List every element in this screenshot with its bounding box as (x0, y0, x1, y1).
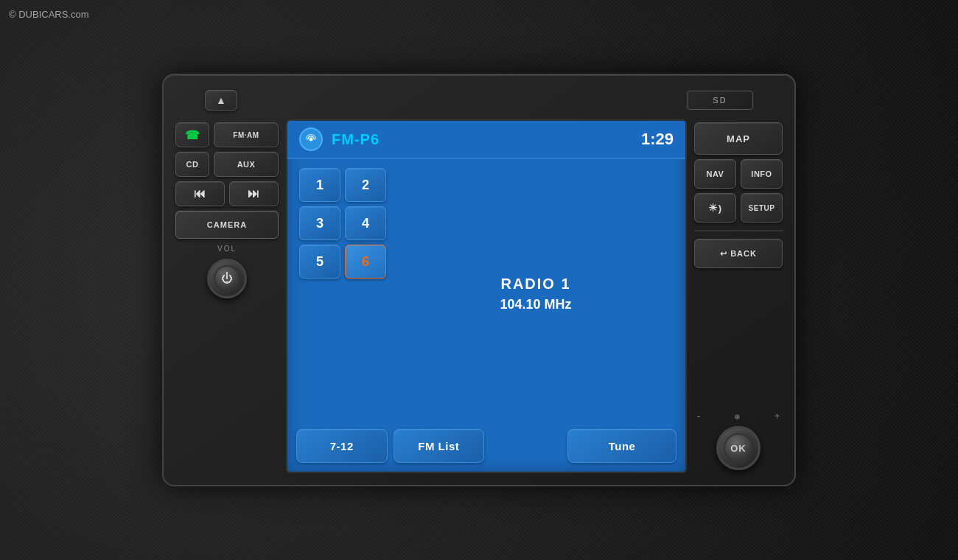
back-button[interactable]: ↩ BACK (694, 239, 783, 268)
dial-plus: + (775, 411, 780, 421)
phone-button[interactable]: ☎ (175, 122, 209, 147)
brightness-icon: ☀ (708, 202, 718, 214)
radio-name: RADIO 1 (500, 276, 570, 293)
vol-label: VOL (175, 245, 279, 253)
preset-1[interactable]: 1 (299, 168, 340, 202)
volume-knob-container: ⏻ (175, 259, 279, 298)
screen-body: 1 2 3 4 5 6 RADIO 1 104.10 MHz (287, 159, 685, 429)
screen-time: 1:29 (641, 130, 674, 149)
watermark: © DUBICARS.com (9, 9, 89, 20)
preset-5[interactable]: 5 (299, 245, 340, 279)
preset-2[interactable]: 2 (345, 168, 386, 202)
volume-knob-inner: ⏻ (214, 265, 240, 292)
preset-4[interactable]: 4 (345, 206, 386, 240)
row-phone-fmam: ☎ FM·AM (175, 122, 279, 147)
preset-6[interactable]: 6 (345, 245, 386, 279)
eject-button[interactable]: ▲ (205, 90, 237, 111)
row-cd-aux: CD AUX (175, 152, 279, 177)
next-button[interactable]: ⏭ (229, 181, 279, 206)
right-divider (694, 230, 783, 231)
ok-knob[interactable]: OK (716, 426, 761, 470)
top-strip: ▲ SD (175, 87, 783, 113)
sd-slot: SD (687, 91, 753, 110)
right-bottom: - ⊕ + OK (694, 408, 783, 470)
radio-info: RADIO 1 104.10 MHz (398, 168, 674, 420)
info-button[interactable]: INFO (741, 159, 783, 189)
radio-icon (299, 127, 323, 151)
nav-info-row: NAV INFO (694, 159, 783, 189)
dial-icon: ⊕ (734, 413, 740, 421)
dial-row: - ⊕ + (694, 411, 783, 421)
brightness-setup-row: ☀ ) SETUP (694, 193, 783, 223)
screen-footer: 7-12 FM List Tune (287, 429, 685, 472)
station-name: FM-P6 (332, 131, 380, 148)
radio-frequency: 104.10 MHz (500, 297, 571, 312)
screen: FM-P6 1:29 1 2 3 4 5 6 RADIO 1 (286, 119, 687, 473)
moon-icon: ) (718, 203, 722, 214)
row-prev-next: ⏮ ⏭ (175, 181, 279, 206)
main-area: ☎ FM·AM CD AUX ⏮ ⏭ CAMERA VOL ⏻ (175, 119, 783, 473)
map-button[interactable]: MAP (694, 122, 783, 155)
volume-knob[interactable]: ⏻ (207, 259, 247, 298)
fm-am-button[interactable]: FM·AM (214, 122, 279, 147)
presets-7-12-button[interactable]: 7-12 (296, 429, 388, 463)
camera-button[interactable]: CAMERA (175, 211, 279, 239)
cd-button[interactable]: CD (175, 152, 209, 177)
tune-button[interactable]: Tune (567, 429, 676, 463)
ok-label: OK (730, 443, 747, 454)
prev-button[interactable]: ⏮ (175, 181, 225, 206)
screen-header: FM-P6 1:29 (287, 121, 685, 159)
presets-grid: 1 2 3 4 5 6 (299, 168, 386, 420)
brightness-button[interactable]: ☀ ) (694, 193, 736, 223)
radio-content: 1 2 3 4 5 6 RADIO 1 104.10 MHz (299, 168, 674, 420)
station-info: FM-P6 (299, 127, 380, 151)
left-controls: ☎ FM·AM CD AUX ⏮ ⏭ CAMERA VOL ⏻ (175, 119, 279, 473)
row-camera: CAMERA (175, 211, 279, 239)
setup-button[interactable]: SETUP (741, 193, 783, 223)
power-icon: ⏻ (221, 272, 233, 285)
right-controls: MAP NAV INFO ☀ ) SETUP ↩ BACK - ⊕ + (694, 119, 783, 473)
preset-3[interactable]: 3 (299, 206, 340, 240)
dial-minus: - (697, 411, 700, 421)
nav-button[interactable]: NAV (694, 159, 736, 189)
aux-button[interactable]: AUX (214, 152, 279, 177)
head-unit: ▲ SD ☎ FM·AM CD AUX ⏮ ⏭ CAMERA VOL (162, 74, 796, 486)
ok-knob-inner: OK (724, 433, 753, 463)
svg-point-0 (310, 138, 313, 141)
fm-list-button[interactable]: FM List (394, 429, 485, 463)
footer-spacer (490, 429, 562, 463)
